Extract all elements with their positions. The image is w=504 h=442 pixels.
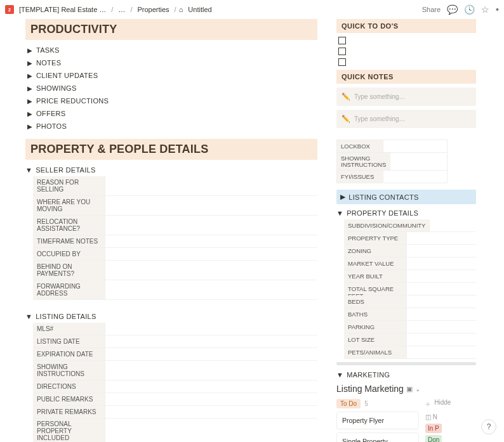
row-value[interactable] (105, 216, 317, 235)
row-value[interactable] (105, 196, 317, 215)
add-icon[interactable]: + (425, 399, 430, 409)
chevron-down-icon: ▼ (336, 371, 343, 379)
row-value[interactable] (383, 140, 447, 152)
favorite-icon[interactable]: ☆ (481, 4, 489, 15)
row-value[interactable] (406, 308, 476, 320)
help-button[interactable]: ? (481, 419, 496, 434)
row-value[interactable] (105, 348, 317, 360)
row-value[interactable] (406, 257, 476, 270)
toggle-notes[interactable]: ▶NOTES (25, 56, 317, 69)
row-value[interactable] (105, 393, 317, 405)
toggle-listing-contacts[interactable]: ▶LISTING CONTACTS (336, 190, 476, 204)
row-value[interactable] (105, 323, 317, 335)
home-icon: ⌂ (179, 6, 183, 13)
count: 5 (364, 400, 368, 407)
row-value[interactable] (105, 235, 317, 247)
toggle-property-details[interactable]: ▼PROPERTY DETAILS (336, 207, 476, 219)
toggle-showings[interactable]: ▶SHOWINGS (25, 82, 317, 94)
board-card[interactable]: Property Flyer (336, 412, 419, 429)
row-label: FORWARDING ADDRESS (33, 280, 105, 299)
board-card[interactable]: Single Property Website (336, 432, 419, 442)
pencil-icon: ✏️ (342, 93, 350, 101)
row-value[interactable] (105, 419, 317, 442)
seller-rows: REASON FOR SELLING WHERE ARE YOU MOVING … (33, 176, 317, 300)
side-info-table: LOCKBOX SHOWING INSTRUCTIONS FYI/ISSUES (336, 140, 448, 183)
pencil-icon: ✏️ (342, 115, 350, 123)
row-value[interactable] (406, 245, 476, 257)
row-label: TIMEFRAME NOTES (33, 235, 105, 247)
row-value[interactable] (390, 153, 447, 170)
row-label: RELOCATION ASSISTANCE? (33, 216, 105, 235)
section-quick-todo: QUICK TO DO'S (336, 19, 476, 33)
listing-marketing-view[interactable]: Listing Marketing ▣ ⌄ (336, 384, 476, 394)
scrollbar[interactable] (336, 362, 476, 365)
breadcrumb-seg-4[interactable]: Untitled (185, 4, 214, 15)
toggle-marketing[interactable]: ▼MARKETING (336, 368, 476, 381)
row-label: FYI/ISSUES (337, 171, 383, 183)
chevron-right-icon: ▶ (27, 98, 32, 105)
history-icon[interactable]: 🕓 (464, 4, 475, 15)
row-label: PRIVATE REMARKS (33, 406, 105, 418)
view-icon: ◫ (425, 413, 431, 420)
todo-checkbox[interactable] (338, 48, 346, 55)
row-value[interactable] (406, 232, 476, 244)
row-value[interactable] (406, 346, 476, 358)
row-label: PETS/ANIMALS (344, 346, 406, 358)
row-label: TOTAL SQUARE FEET (344, 283, 406, 295)
row-value[interactable] (105, 176, 317, 195)
row-value[interactable] (105, 261, 317, 280)
row-value[interactable] (406, 321, 476, 333)
chevron-right-icon: ▶ (340, 193, 345, 201)
row-value[interactable] (406, 296, 476, 308)
more-icon[interactable]: • (496, 4, 499, 15)
topbar: 2 [TEMPLATE] Real Estate … / … / Propert… (0, 0, 504, 19)
toggle-tasks[interactable]: ▶TASKS (25, 44, 317, 56)
quick-note[interactable]: ✏️Type something… (336, 110, 476, 128)
chevron-right-icon: ▶ (27, 85, 32, 92)
row-label: YEAR BUILT (344, 270, 406, 282)
chevron-down-icon: ⌄ (415, 386, 420, 393)
board-extras: + Hidde ◫ N In P Don (425, 399, 451, 442)
breadcrumb-seg-3[interactable]: Properties (135, 4, 171, 15)
toggle-price-reductions[interactable]: ▶PRICE REDUCTIONS (25, 94, 317, 107)
chevron-right-icon: ▶ (27, 60, 32, 67)
row-label: PERSONAL PROPERTY INCLUDED (33, 419, 105, 442)
toggle-listing-details[interactable]: ▼LISTING DETAILS (25, 310, 317, 323)
topbar-actions: Share 💬 🕓 ☆ • (422, 4, 499, 15)
breadcrumb-seg-2[interactable]: … (116, 4, 128, 15)
toggle-photos[interactable]: ▶PHOTOS (25, 120, 317, 133)
row-value[interactable] (105, 248, 317, 260)
breadcrumb-seg-1[interactable]: [TEMPLATE] Real Estate … (17, 4, 109, 15)
hidden-label: Hidde (434, 399, 451, 409)
comments-icon[interactable]: 💬 (447, 4, 458, 15)
toggle-offers[interactable]: ▶OFFERS (25, 107, 317, 120)
share-button[interactable]: Share (422, 6, 441, 13)
row-label: LISTING DATE (33, 335, 105, 348)
row-label: LOCKBOX (337, 140, 383, 152)
row-value[interactable] (105, 361, 317, 380)
row-value[interactable] (105, 406, 317, 418)
todo-checkbox[interactable] (338, 58, 346, 66)
quick-note[interactable]: ✏️Type something… (336, 88, 476, 106)
row-label: MLS# (33, 323, 105, 335)
row-label: SHOWING INSTRUCTIONS (337, 153, 390, 170)
row-value[interactable] (105, 280, 317, 299)
row-label: REASON FOR SELLING (33, 176, 105, 195)
row-value[interactable] (383, 171, 447, 183)
toggle-client-updates[interactable]: ▶CLIENT UPDATES (25, 69, 317, 82)
breadcrumb-sep: / (175, 6, 176, 13)
row-value[interactable] (406, 270, 476, 282)
todo-checkbox[interactable] (338, 37, 346, 44)
toggle-seller-details[interactable]: ▼SELLER DETAILS (25, 164, 317, 176)
row-label: EXPIRATION DATE (33, 348, 105, 360)
board-column-todo: To Do 5 Property Flyer Single Property W… (336, 399, 419, 442)
row-value[interactable] (406, 334, 476, 346)
row-value[interactable] (406, 283, 476, 295)
row-label: BEHIND ON PAYMENTS? (33, 261, 105, 280)
row-value[interactable] (429, 219, 476, 231)
breadcrumb-sep: / (130, 6, 132, 13)
chevron-right-icon: ▶ (27, 47, 32, 54)
row-value[interactable] (105, 335, 317, 348)
row-label: BATHS (344, 308, 406, 320)
row-value[interactable] (105, 380, 317, 393)
